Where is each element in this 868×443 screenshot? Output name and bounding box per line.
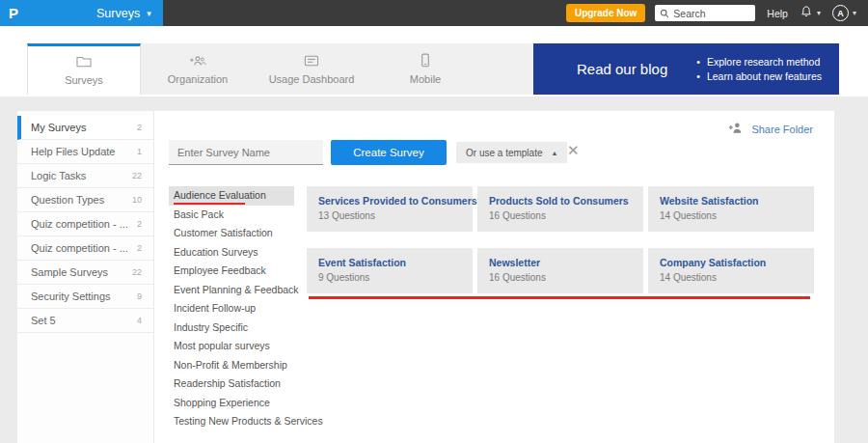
template-category-list: Audience Evaluation Basic Pack Customer … <box>169 186 294 431</box>
folder-label: Quiz competition - ... <box>31 218 131 230</box>
share-folder-button[interactable]: Share Folder <box>728 121 813 138</box>
upgrade-now-button[interactable]: Upgrade Now <box>566 4 645 22</box>
tab-label: Organization <box>168 73 228 85</box>
close-icon[interactable]: ✕ <box>567 140 580 161</box>
category-incident-follow-up[interactable]: Incident Follow-up <box>169 299 294 318</box>
folder-label: My Surveys <box>31 122 131 133</box>
blog-banner-bullets: Explore research method Learn about new … <box>696 55 822 84</box>
sidebar-item-quiz-competition-2[interactable]: Quiz competition - ... 2 <box>17 236 153 261</box>
blog-bullet: Explore research method <box>696 55 822 69</box>
product-switcher[interactable]: Surveys ▾ <box>83 0 163 26</box>
notifications-menu[interactable]: ▾ <box>800 5 821 22</box>
template-card[interactable]: Services Provided to Consumers 13 Questi… <box>307 186 473 232</box>
category-most-popular-surveys[interactable]: Most popular surveys <box>169 337 294 356</box>
annotation-underline <box>174 203 245 205</box>
search-icon <box>660 5 669 22</box>
template-question-count: 13 Questions <box>318 210 461 221</box>
navbar-right-cluster: Upgrade Now Help ▾ A ▾ <box>566 4 868 22</box>
sidebar-item-security-settings[interactable]: Security Settings 9 <box>17 285 153 309</box>
annotation-underline-long <box>309 296 810 299</box>
blog-banner-title: Read our blog <box>577 61 667 77</box>
sidebar-item-my-surveys[interactable]: My Surveys 2 <box>17 116 153 140</box>
folder-label: Question Types <box>31 194 126 206</box>
help-link[interactable]: Help <box>767 8 788 19</box>
account-menu[interactable]: A ▾ <box>832 5 856 21</box>
tab-mobile[interactable]: Mobile <box>368 43 482 95</box>
template-card[interactable]: Event Satisfaction 9 Questions <box>307 248 473 293</box>
category-non-profit-membership[interactable]: Non-Profit & Membership <box>169 356 294 375</box>
folder-label: Security Settings <box>31 291 131 302</box>
logo-p-icon: P <box>9 5 18 21</box>
survey-name-input[interactable] <box>169 140 323 165</box>
global-search[interactable] <box>655 5 755 21</box>
tab-usage-dashboard[interactable]: Usage Dashboard <box>255 43 368 95</box>
template-card[interactable]: Website Satisfaction 14 Questions <box>648 186 814 232</box>
chevron-up-icon: ▲ <box>551 150 557 156</box>
folder-label: Quiz competition - ... <box>31 242 131 254</box>
template-title: Event Satisfaction <box>318 257 461 268</box>
folder-count: 2 <box>137 243 142 253</box>
template-question-count: 16 Questions <box>489 272 632 283</box>
category-education-surveys[interactable]: Education Surveys <box>169 243 294 263</box>
template-card[interactable]: Company Satisfaction 14 Questions <box>648 248 814 293</box>
people-add-icon <box>188 54 207 68</box>
sidebar-item-quiz-competition-1[interactable]: Quiz competition - ... 2 <box>17 212 153 236</box>
main-content: Share Folder Create Survey Or use a temp… <box>154 111 834 443</box>
category-employee-feedback[interactable]: Employee Feedback <box>169 262 294 281</box>
template-card[interactable]: Newsletter 16 Questions <box>477 248 643 293</box>
create-survey-button[interactable]: Create Survey <box>331 140 447 165</box>
tab-label: Usage Dashboard <box>269 73 355 85</box>
mobile-phone-icon <box>420 53 430 68</box>
search-input[interactable] <box>673 8 750 19</box>
template-card[interactable]: Products Sold to Consumers 16 Questions <box>477 186 643 232</box>
category-event-planning-feedback[interactable]: Event Planning & Feedback <box>169 281 294 300</box>
sidebar-item-question-types[interactable]: Question Types 10 <box>17 188 153 212</box>
folder-label: Sample Surveys <box>31 266 126 278</box>
blog-bullet: Learn about new features <box>696 69 822 84</box>
category-customer-satisfaction[interactable]: Customer Satisfaction <box>169 224 294 243</box>
template-question-count: 14 Questions <box>660 210 802 221</box>
use-template-label: Or use a template <box>466 148 542 158</box>
read-blog-banner[interactable]: Read our blog Explore research method Le… <box>533 43 839 95</box>
avatar: A <box>832 5 849 21</box>
folder-count: 1 <box>137 147 142 156</box>
folder-count: 22 <box>132 171 142 180</box>
template-question-count: 9 Questions <box>318 272 461 283</box>
template-title: Website Satisfaction <box>660 195 802 207</box>
category-audience-evaluation[interactable]: Audience Evaluation <box>169 186 294 206</box>
sidebar-item-set-5[interactable]: Set 5 4 <box>17 309 153 333</box>
folder-count: 4 <box>137 316 142 325</box>
folder-count: 2 <box>137 219 142 229</box>
tab-label: Mobile <box>410 73 441 85</box>
category-testing-new-products[interactable]: Testing New Products & Services <box>169 412 294 431</box>
category-label: Audience Evaluation <box>174 189 266 201</box>
category-readership-satisfaction[interactable]: Readership Satisfaction <box>169 374 294 394</box>
template-title: Services Provided to Consumers <box>318 195 461 207</box>
folder-label: Set 5 <box>31 315 131 326</box>
tab-surveys[interactable]: Surveys <box>27 43 141 95</box>
section-tabstrip: Surveys Organization Usage Dashboard Mob… <box>27 43 839 95</box>
main-panel: My Surveys 2 Help Files Update 1 Logic T… <box>17 111 834 443</box>
person-add-icon <box>728 121 743 138</box>
tab-label: Surveys <box>65 74 103 86</box>
folder-count: 2 <box>137 123 142 132</box>
app-logo[interactable]: P <box>0 0 83 26</box>
sidebar-item-sample-surveys[interactable]: Sample Surveys 22 <box>17 261 153 285</box>
chevron-down-icon: ▾ <box>853 9 856 17</box>
folder-label: Help Files Update <box>31 146 131 157</box>
use-template-dropdown[interactable]: Or use a template ▲ <box>456 142 567 163</box>
category-shopping-experience[interactable]: Shopping Experience <box>169 394 294 413</box>
template-title: Company Satisfaction <box>660 257 802 268</box>
template-title: Products Sold to Consumers <box>489 195 632 207</box>
survey-folder-list: My Surveys 2 Help Files Update 1 Logic T… <box>17 111 154 443</box>
chevron-down-icon: ▾ <box>147 9 151 18</box>
folder-count: 10 <box>132 195 142 205</box>
tab-organization[interactable]: Organization <box>141 43 255 95</box>
category-basic-pack[interactable]: Basic Pack <box>169 206 294 225</box>
sidebar-item-help-files-update[interactable]: Help Files Update 1 <box>17 140 153 164</box>
bell-icon <box>800 5 813 22</box>
share-folder-label: Share Folder <box>751 124 813 135</box>
folder-count: 22 <box>132 267 142 277</box>
sidebar-item-logic-tasks[interactable]: Logic Tasks 22 <box>17 164 153 188</box>
category-industry-specific[interactable]: Industry Specific <box>169 318 294 338</box>
